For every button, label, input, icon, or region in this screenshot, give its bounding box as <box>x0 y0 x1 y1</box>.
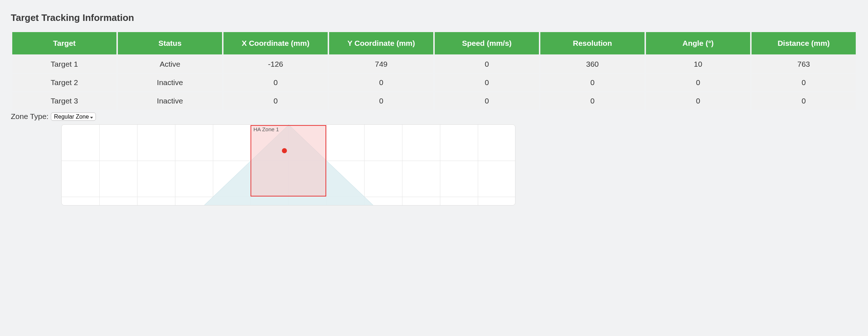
cell-speed: 0 <box>435 54 539 73</box>
th-xcoord: X Coordinate (mm) <box>223 32 328 54</box>
th-speed: Speed (mm/s) <box>435 32 539 54</box>
cell-status: Inactive <box>118 73 222 91</box>
zone-type-select-wrap: Regular Zone <box>51 112 96 121</box>
cell-y: 0 <box>329 73 433 91</box>
ha-zone-1-label: HA Zone 1 <box>253 126 279 132</box>
cell-y: 749 <box>329 54 433 73</box>
cell-speed: 0 <box>435 91 539 110</box>
target-1-dot[interactable] <box>282 148 287 153</box>
table-row: Target 2 Inactive 0 0 0 0 0 0 <box>12 73 856 91</box>
table-row: Target 3 Inactive 0 0 0 0 0 0 <box>12 91 856 110</box>
tracking-table: Target Status X Coordinate (mm) Y Coordi… <box>11 32 857 110</box>
cell-x: -126 <box>223 54 328 73</box>
th-distance: Distance (mm) <box>752 32 856 54</box>
zone-type-select[interactable]: Regular Zone <box>51 112 96 121</box>
cell-distance: 0 <box>752 91 856 110</box>
cell-x: 0 <box>223 73 328 91</box>
cell-angle: 0 <box>646 73 750 91</box>
cell-status: Active <box>118 54 222 73</box>
th-resolution: Resolution <box>540 32 645 54</box>
cell-resolution: 0 <box>540 73 645 91</box>
cell-target: Target 3 <box>12 91 116 110</box>
cell-resolution: 0 <box>540 91 645 110</box>
cell-distance: 0 <box>752 73 856 91</box>
cell-angle: 0 <box>646 91 750 110</box>
section-title: Target Tracking Information <box>11 12 857 23</box>
zone-type-label: Zone Type: <box>11 112 49 121</box>
ha-zone-1[interactable] <box>251 125 326 196</box>
cell-angle: 10 <box>646 54 750 73</box>
th-status: Status <box>118 32 222 54</box>
th-ycoord: Y Coordinate (mm) <box>329 32 433 54</box>
cell-status: Inactive <box>118 91 222 110</box>
cell-target: Target 2 <box>12 73 116 91</box>
cell-resolution: 360 <box>540 54 645 73</box>
th-target: Target <box>12 32 116 54</box>
cell-x: 0 <box>223 91 328 110</box>
map-svg: HA Zone 1 <box>62 125 515 205</box>
cell-distance: 763 <box>752 54 856 73</box>
cell-y: 0 <box>329 91 433 110</box>
cell-speed: 0 <box>435 73 539 91</box>
th-angle: Angle (°) <box>646 32 750 54</box>
cell-target: Target 1 <box>12 54 116 73</box>
table-row: Target 1 Active -126 749 0 360 10 763 <box>12 54 856 73</box>
tracking-map[interactable]: HA Zone 1 <box>61 124 515 205</box>
